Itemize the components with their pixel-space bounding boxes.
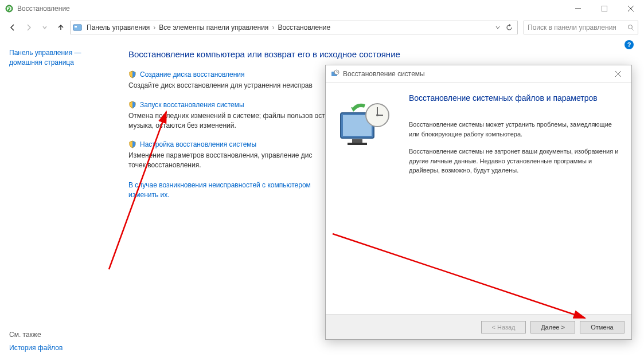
control-panel-home-link[interactable]: Панель управления — домашняя страница — [9, 48, 106, 68]
dialog-title: Восстановление системы — [343, 70, 610, 78]
system-restore-dialog: Восстановление системы Вос — [325, 65, 632, 340]
minimize-button[interactable] — [565, 0, 591, 17]
recent-dropdown[interactable] — [38, 21, 52, 34]
control-panel-icon — [73, 23, 82, 32]
back-button[interactable] — [6, 21, 19, 34]
file-history-link[interactable]: История файлов — [9, 343, 63, 353]
next-button[interactable]: Далее > — [530, 321, 575, 333]
close-button[interactable] — [618, 0, 644, 17]
svg-rect-6 — [75, 26, 77, 28]
dialog-paragraph: Восстановление системы не затронет ваши … — [409, 147, 620, 175]
breadcrumb-item[interactable]: Восстановление — [275, 23, 333, 32]
back-button: < Назад — [481, 321, 526, 333]
shield-icon — [128, 140, 136, 148]
up-button[interactable] — [54, 21, 68, 34]
app-icon — [5, 4, 14, 13]
search-icon — [627, 24, 634, 31]
forward-button[interactable] — [22, 21, 36, 34]
sidebar: Панель управления — домашняя страница См… — [0, 38, 115, 361]
address-bar[interactable]: Панель управления › Все элементы панели … — [70, 21, 518, 34]
svg-point-20 — [376, 114, 378, 116]
chevron-right-icon: › — [152, 23, 157, 32]
svg-point-7 — [629, 25, 633, 29]
see-also-heading: См. также — [9, 331, 63, 339]
breadcrumb-item[interactable]: Панель управления — [84, 23, 152, 32]
search-placeholder: Поиск в панели управления — [528, 23, 627, 32]
page-heading: Восстановление компьютера или возврат ег… — [128, 49, 630, 59]
dialog-paragraph: Восстановление системы может устранить п… — [409, 120, 620, 139]
address-dropdown[interactable] — [492, 22, 504, 33]
chevron-right-icon: › — [271, 23, 275, 32]
window-titlebar: Восстановление — [0, 0, 644, 17]
window-title: Восстановление — [17, 5, 565, 13]
shield-icon — [128, 101, 136, 109]
dialog-footer: < Назад Далее > Отмена — [326, 314, 631, 339]
search-input[interactable]: Поиск в панели управления — [524, 21, 638, 34]
cancel-button[interactable]: Отмена — [580, 321, 625, 333]
dialog-heading: Восстановление системных файлов и параме… — [409, 93, 620, 103]
svg-rect-16 — [348, 143, 367, 145]
dialog-illustration-pane — [326, 83, 403, 314]
navigation-bar: Панель управления › Все элементы панели … — [0, 17, 644, 38]
svg-rect-15 — [352, 139, 362, 143]
svg-line-8 — [632, 29, 634, 30]
refresh-button[interactable] — [504, 22, 515, 33]
svg-rect-2 — [602, 6, 607, 11]
system-restore-icon — [330, 69, 339, 79]
dialog-close-button[interactable] — [610, 65, 627, 83]
breadcrumb-item[interactable]: Все элементы панели управления — [157, 23, 271, 32]
monitor-clock-icon — [336, 100, 393, 152]
shield-icon — [128, 70, 136, 79]
maximize-button[interactable] — [591, 0, 618, 17]
dialog-titlebar: Восстановление системы — [326, 65, 631, 83]
